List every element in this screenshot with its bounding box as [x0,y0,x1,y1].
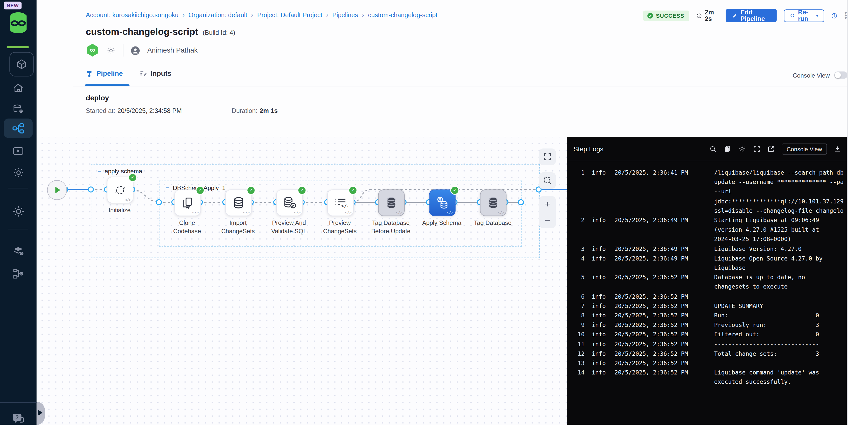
log-line-number: 11 [572,339,585,349]
fit-view-button[interactable] [539,148,556,165]
breadcrumb-link[interactable]: Account: kurosakiichigo.songoku [86,11,179,18]
log-row: 10info20/5/2025, 2:36:52 PMFiltered out:… [567,330,847,340]
log-line-number: 6 [572,292,585,302]
connector-port [156,200,161,205]
edit-pipeline-button[interactable]: Edit Pipeline [726,9,777,22]
db-apply-icon [435,196,450,210]
log-line-number: 14 [572,368,585,377]
log-level: info [592,368,609,377]
yaml-code-icon: </> [345,210,352,215]
execution-meta-row: ∞ Animesh Pathak [86,44,198,56]
breadcrumb-link[interactable]: Organization: default [189,11,247,18]
log-level: info [592,330,609,340]
info-icon[interactable] [832,12,837,19]
sidebar-item-settings[interactable] [0,204,37,218]
log-line-number: 1 [572,168,585,177]
pipeline-tab-icon [86,70,93,78]
sidebar-item-module-settings[interactable] [0,165,37,179]
sidebar-item-executions[interactable] [0,144,37,158]
external-link-icon[interactable] [767,145,775,152]
sidebar-module-switcher[interactable] [9,52,34,76]
log-line-number: 7 [572,301,585,311]
page-title-row: custom-changelog-script (Build Id: 4) [86,27,235,38]
db-check-icon [282,196,297,209]
download-icon[interactable] [834,145,841,152]
svg-text:</>: </> [341,203,348,209]
sidebar-item-databases[interactable] [0,103,37,116]
pipeline-step-preview-changesets[interactable]: </>✓</> [327,190,354,216]
pipeline-step-clone-codebase[interactable]: ✓</> [175,190,201,216]
chevron-down-icon: ▾ [816,13,818,18]
app-logo[interactable] [0,10,37,35]
console-view-button[interactable]: Console View [782,143,827,154]
tab-pipeline[interactable]: Pipeline [86,70,123,78]
yaml-code-icon: </> [447,210,454,215]
log-level: info [592,273,609,282]
pipeline-step-tag-database-before-update[interactable]: </> [378,190,405,216]
sidebar-item-help[interactable]: ? [0,412,37,425]
log-line-number: 2 [572,216,585,225]
breadcrumb-link[interactable]: custom-changelog-script [368,11,437,18]
svg-text:∞: ∞ [89,46,95,54]
module-badge-icon: ∞ [86,43,99,58]
copy-icon[interactable] [723,145,732,152]
breadcrumb-link[interactable]: Pipelines [332,11,358,18]
zoom-out-button[interactable]: − [545,216,550,224]
changesets-icon: </> [333,196,348,209]
log-level: info [592,311,609,320]
log-row: 11info20/5/2025, 2:36:52 PM-------------… [567,339,847,349]
zoom-in-button[interactable]: + [545,200,550,208]
log-timestamp: 20/5/2025, 2:36:52 PM [615,292,692,302]
more-options-menu[interactable]: ••• [844,12,847,20]
sidebar-item-environments[interactable] [0,244,37,259]
log-timestamp: 20/5/2025, 2:36:52 PM [615,339,692,349]
log-timestamp: 20/5/2025, 2:36:52 PM [615,311,692,320]
log-timestamp: 20/5/2025, 2:36:52 PM [615,301,692,311]
help-chat-icon: ? [11,412,26,425]
success-check-icon: ✓ [299,187,306,194]
log-header-icons: Console View [709,143,841,154]
success-check-icon: ✓ [196,187,204,194]
play-icon [55,187,60,193]
tab-inputs[interactable]: Inputs [140,70,172,78]
gear-icon[interactable] [106,46,116,55]
inputs-tab-icon [140,70,148,78]
db-dark-icon [487,196,500,209]
start-node[interactable] [47,180,67,200]
breadcrumb-separator: › [362,11,364,19]
breadcrumb-link[interactable]: Project: Default Project [257,11,322,18]
gear-icon [11,204,25,218]
sidebar-item-org-structure[interactable] [0,266,37,281]
console-view-toggle[interactable] [834,72,847,79]
play-box-icon [12,145,24,157]
sidebar-divider [8,229,28,229]
log-body[interactable]: 1info20/5/2025, 2:36:41 PM/liquibase/liq… [567,161,847,425]
log-message: Run: 0 [714,311,847,320]
pipeline-step-apply-schema[interactable]: ✓</> [429,190,456,216]
log-level: info [592,320,609,330]
log-level: info [592,168,609,177]
toggle-knob [835,72,841,78]
fullscreen-icon[interactable] [753,145,761,152]
rerun-button[interactable]: Re-run ▾ [784,9,824,22]
log-timestamp: 20/5/2025, 2:36:52 PM [615,320,692,330]
step-logs-panel: Step Logs Console View 1info20/5/2025, 2… [567,137,847,425]
step-label-tag-database: Tag Database [465,219,520,227]
sidebar-item-pipelines-active[interactable] [4,118,33,138]
log-message: Filtered out: 0 [714,330,847,340]
marquee-select-button[interactable] [539,172,556,189]
pipeline-step-import-changesets[interactable]: ✓</> [225,190,252,216]
log-row: 2info20/5/2025, 2:36:49 PMStarting Liqui… [567,216,847,244]
log-timestamp: 20/5/2025, 2:36:41 PM [615,168,692,177]
pipeline-step-initialize[interactable]: ✓</> [107,177,133,203]
log-level: info [592,216,609,225]
search-icon[interactable] [709,145,717,152]
clock-icon [696,12,702,19]
gear-icon[interactable] [738,144,746,153]
pipeline-step-preview-and-validate-sql[interactable]: ✓</> [276,190,303,216]
breadcrumb-separator: › [182,11,185,19]
execution-duration: 2m 2s [696,9,718,22]
log-row: 3info20/5/2025, 2:36:49 PMLiquibase Vers… [567,244,847,254]
sidebar-item-home[interactable] [0,81,37,95]
pipeline-step-tag-database[interactable]: </> [480,190,506,216]
